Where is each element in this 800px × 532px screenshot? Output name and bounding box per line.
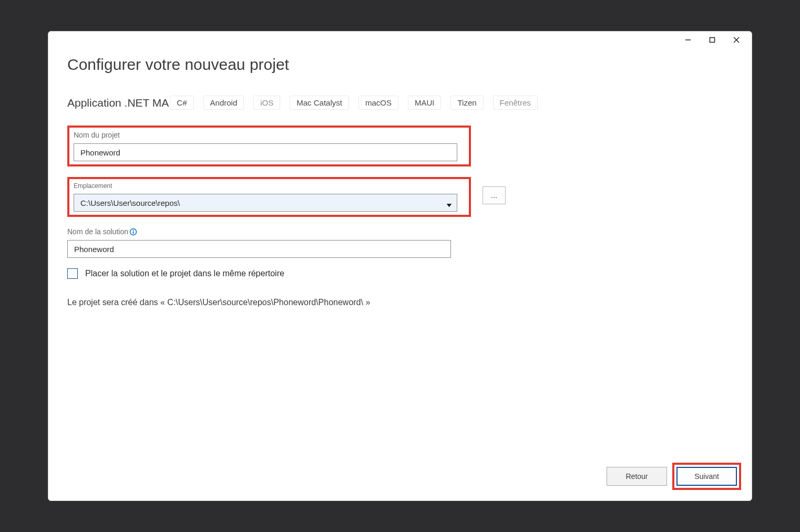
dialog-footer: Retour Suivant	[607, 463, 741, 490]
tag-csharp: C#	[170, 96, 193, 110]
location-value: C:\Users\User\source\repos\	[80, 199, 446, 207]
svg-rect-7	[133, 231, 134, 234]
tag-maui: MAUI	[408, 96, 442, 110]
location-combobox[interactable]: C:\Users\User\source\repos\	[74, 194, 457, 212]
browse-button[interactable]: ...	[483, 186, 506, 204]
project-name-input[interactable]	[74, 143, 457, 161]
svg-point-6	[133, 230, 134, 231]
title-bar	[48, 32, 752, 48]
dialog-content: Configurer votre nouveau projet Applicat…	[48, 48, 752, 500]
tag-windows: Fenêtres	[493, 96, 538, 110]
solution-name-label: Nom de la solution	[67, 227, 128, 236]
template-row: Application .NET MA C# Android iOS Mac C…	[67, 96, 733, 110]
tag-macos: macOS	[358, 96, 398, 110]
next-button-highlight: Suivant	[672, 463, 741, 490]
close-button[interactable]	[724, 32, 748, 48]
info-icon[interactable]	[129, 227, 138, 236]
tag-android: Android	[203, 96, 244, 110]
svg-rect-1	[710, 38, 715, 43]
page-title: Configurer votre nouveau projet	[67, 56, 733, 74]
tag-ios: iOS	[253, 96, 280, 110]
location-group-highlight: Emplacement C:\Users\User\source\repos\	[67, 177, 471, 217]
minimize-button[interactable]	[676, 32, 700, 48]
template-name: Application .NET MA	[67, 97, 169, 109]
tag-mac-catalyst: Mac Catalyst	[290, 96, 349, 110]
creation-path-info: Le projet sera créé dans « C:\Users\User…	[67, 298, 733, 307]
maximize-button[interactable]	[700, 32, 724, 48]
svg-marker-4	[447, 204, 451, 207]
chevron-down-icon	[446, 201, 450, 205]
same-directory-checkbox[interactable]	[67, 268, 78, 279]
same-directory-label: Placer la solution et le projet dans le …	[85, 269, 284, 278]
project-name-label: Nom du projet	[74, 131, 465, 139]
location-label: Emplacement	[74, 182, 465, 190]
project-name-group-highlight: Nom du projet	[67, 126, 471, 166]
next-button[interactable]: Suivant	[676, 467, 737, 486]
back-button[interactable]: Retour	[607, 467, 667, 486]
solution-name-input[interactable]	[67, 240, 451, 258]
solution-name-group: Nom de la solution	[67, 227, 477, 258]
dialog-window: Configurer votre nouveau projet Applicat…	[48, 31, 752, 501]
same-directory-row: Placer la solution et le projet dans le …	[67, 268, 733, 279]
tag-tizen: Tizen	[450, 96, 483, 110]
